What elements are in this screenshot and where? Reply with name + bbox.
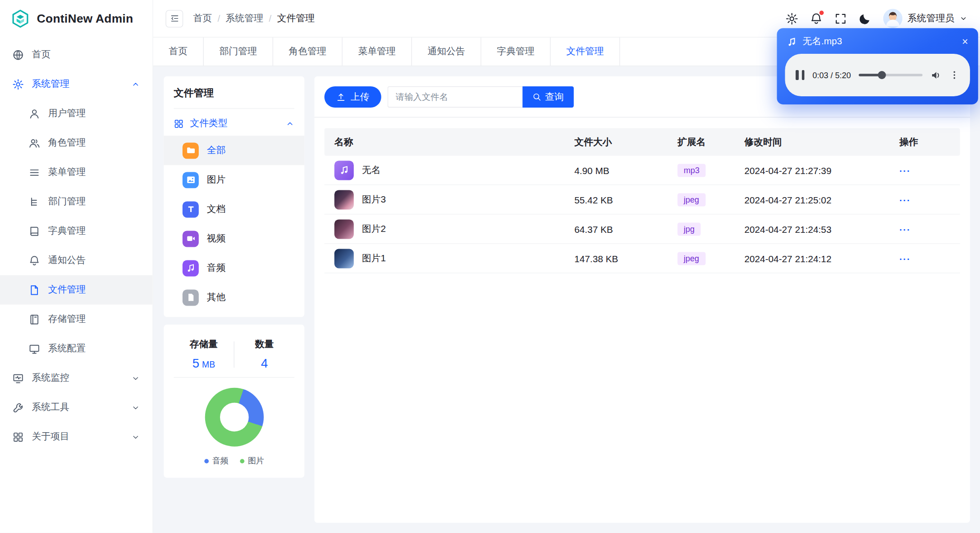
file-type-label: 音频	[207, 262, 225, 274]
tab-home[interactable]: 首页	[153, 38, 204, 66]
grid-icon	[13, 431, 24, 443]
file-type-document[interactable]: 文档	[164, 194, 304, 224]
chevron-down-icon	[959, 14, 967, 23]
tab-role-management[interactable]: 角色管理	[273, 38, 342, 66]
kebab-menu-icon[interactable]	[949, 70, 959, 80]
notification-badge	[819, 10, 824, 15]
tab-dictionary-management[interactable]: 字典管理	[481, 38, 551, 66]
audio-player-header: 无名.mp3 ×	[787, 36, 968, 47]
table-header-row: 名称 文件大小 扩展名 修改时间 操作	[324, 128, 960, 156]
upload-button[interactable]: 上传	[324, 86, 381, 108]
modified-time: 2024-04-27 21:24:53	[744, 224, 899, 235]
table-row[interactable]: 图片2 64.37 KB jpg 2024-04-27 21:24:53 ···	[324, 214, 960, 244]
book-icon	[29, 226, 40, 237]
table-row[interactable]: 图片1 147.38 KB jpeg 2024-04-27 21:24:12 ·…	[324, 244, 960, 273]
seek-slider[interactable]	[859, 74, 922, 76]
app-logo[interactable]: ContiNew Admin	[0, 0, 153, 38]
close-icon[interactable]: ×	[962, 36, 968, 47]
breadcrumb-item-home[interactable]: 首页	[193, 13, 211, 24]
sidebar: ContiNew Admin 首页 系统管理 用户管理 角色管理	[0, 0, 153, 533]
sidebar-item-notifications[interactable]: 通知公告	[0, 246, 153, 275]
tab-department-management[interactable]: 部门管理	[204, 38, 273, 66]
file-thumbnail	[334, 190, 354, 209]
sidebar-item-system-config[interactable]: 系统配置	[0, 334, 153, 363]
file-type-group-label: 文件类型	[190, 118, 228, 129]
gear-icon	[13, 79, 24, 90]
storage-icon	[29, 314, 40, 325]
fullscreen-icon[interactable]	[835, 12, 847, 25]
file-type-image[interactable]: 图片	[164, 165, 304, 194]
storage-stats-card: 存储量 5 MB 数量 4	[164, 325, 304, 478]
audio-player: 无名.mp3 × 0:03 / 5:20	[777, 28, 978, 104]
table-row[interactable]: 无名 4.90 MB mp3 2024-04-27 21:27:39 ···	[324, 156, 960, 185]
file-stats-donut-chart	[205, 388, 263, 447]
file-type-other[interactable]: 其他	[164, 283, 304, 312]
video-icon	[183, 231, 199, 247]
modified-time: 2024-04-27 21:25:02	[744, 194, 899, 205]
table-row[interactable]: 图片3 55.42 KB jpeg 2024-04-27 21:25:02 ··…	[324, 185, 960, 214]
dark-mode-moon-icon[interactable]	[859, 12, 872, 25]
playback-time: 0:03 / 5:20	[812, 71, 851, 80]
desktop-icon	[29, 343, 40, 354]
sidebar-item-storage-management[interactable]: 存储管理	[0, 305, 153, 334]
sidebar-item-system-tools[interactable]: 系统工具	[0, 393, 153, 422]
divider	[314, 117, 970, 118]
sidebar-collapse-button[interactable]	[166, 9, 183, 27]
legend-dot	[204, 459, 209, 463]
breadcrumb-separator: /	[217, 13, 220, 24]
row-more-actions-button[interactable]: ···	[900, 194, 950, 205]
chevron-down-icon	[131, 433, 140, 441]
sidebar-item-file-management[interactable]: 文件管理	[0, 275, 153, 305]
volume-icon[interactable]	[931, 70, 942, 80]
sidebar-item-system-monitor[interactable]: 系统监控	[0, 363, 153, 393]
file-type-group[interactable]: 文件类型	[174, 109, 295, 136]
file-size: 64.37 KB	[574, 224, 677, 235]
file-type-video[interactable]: 视频	[164, 224, 304, 253]
search-input[interactable]	[388, 86, 523, 108]
column-header-actions: 操作	[900, 136, 950, 148]
folder-icon	[183, 142, 199, 159]
monitor-icon	[13, 373, 24, 384]
row-more-actions-button[interactable]: ···	[900, 224, 950, 235]
file-size: 147.38 KB	[574, 253, 677, 264]
row-more-actions-button[interactable]: ···	[900, 165, 950, 175]
sidebar-item-label: 首页	[32, 49, 51, 61]
sidebar-item-home[interactable]: 首页	[0, 40, 153, 70]
query-button[interactable]: 查询	[522, 86, 573, 108]
list-icon	[29, 167, 40, 178]
user-menu[interactable]: 系统管理员	[883, 9, 968, 28]
sidebar-item-role-management[interactable]: 角色管理	[0, 128, 153, 158]
legend-item-audio: 音频	[204, 455, 229, 467]
chevron-up-icon	[131, 80, 140, 88]
sidebar-item-label: 系统监控	[32, 372, 70, 384]
notification-button[interactable]	[810, 12, 823, 25]
sidebar-item-user-management[interactable]: 用户管理	[0, 99, 153, 128]
tree-icon	[29, 196, 40, 208]
file-name: 图片2	[362, 223, 386, 235]
sidebar-item-menu-management[interactable]: 菜单管理	[0, 158, 153, 187]
users-icon	[29, 137, 40, 149]
chevron-down-icon	[131, 374, 140, 382]
divider	[174, 377, 295, 377]
sidebar-item-dictionary-management[interactable]: 字典管理	[0, 217, 153, 246]
file-type-all[interactable]: 全部	[164, 136, 304, 165]
sidebar-item-system-management[interactable]: 系统管理	[0, 70, 153, 99]
sidebar-item-department-management[interactable]: 部门管理	[0, 187, 153, 217]
file-size: 4.90 MB	[574, 165, 677, 175]
pause-button[interactable]	[796, 70, 804, 80]
seek-slider-thumb[interactable]	[878, 71, 886, 79]
sidebar-item-label: 文件管理	[48, 284, 86, 296]
row-more-actions-button[interactable]: ···	[900, 253, 950, 264]
tab-notifications[interactable]: 通知公告	[412, 38, 482, 66]
tab-file-management[interactable]: 文件管理	[551, 38, 620, 66]
file-type-audio[interactable]: 音频	[164, 253, 304, 283]
settings-gear-icon[interactable]	[786, 12, 798, 25]
file-table-card: 上传 查询 名称 文件大小 扩展名 修改时间	[314, 76, 970, 523]
sidebar-item-about-project[interactable]: 关于项目	[0, 422, 153, 452]
file-name: 图片1	[362, 252, 386, 264]
modified-time: 2024-04-27 21:27:39	[744, 165, 899, 175]
breadcrumb-item-system[interactable]: 系统管理	[226, 13, 263, 24]
sidebar-item-label: 部门管理	[48, 196, 86, 208]
tab-menu-management[interactable]: 菜单管理	[342, 38, 412, 66]
sidebar-item-label: 菜单管理	[48, 166, 86, 178]
